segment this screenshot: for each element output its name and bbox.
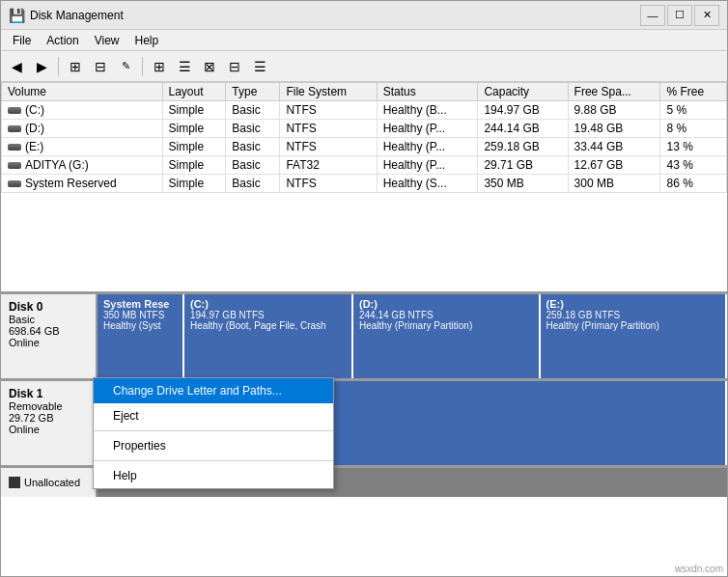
cell-fs: NTFS <box>280 101 377 120</box>
context-menu-item-help[interactable]: Help <box>94 463 333 488</box>
partition-d-size: 244.14 GB NTFS <box>359 310 533 320</box>
partition-e-info: Healthy (Primary Partition) <box>546 320 720 331</box>
toolbar-btn-3[interactable]: ✎ <box>114 55 137 78</box>
table-row[interactable]: System ReservedSimpleBasicNTFSHealthy (S… <box>2 175 727 193</box>
disk0-size: 698.64 GB <box>9 325 88 337</box>
toolbar: ◀ ▶ ⊞ ⊟ ✎ ⊞ ☰ ⊠ ⊟ ☰ <box>1 51 727 82</box>
cell-capacity: 244.14 GB <box>478 120 568 138</box>
partition-c-name: (C:) <box>190 298 346 310</box>
partition-sr-name: System Rese <box>103 298 177 310</box>
partition-e[interactable]: (E:) 259.18 GB NTFS Healthy (Primary Par… <box>541 294 728 378</box>
cell-layout: Simple <box>162 138 226 156</box>
cell-pct: 86 % <box>660 175 727 193</box>
table-row[interactable]: (C:)SimpleBasicNTFSHealthy (B...194.97 G… <box>2 101 727 120</box>
forward-button[interactable]: ▶ <box>30 55 53 78</box>
cell-layout: Simple <box>162 156 226 175</box>
toolbar-btn-4[interactable]: ⊞ <box>148 55 171 78</box>
main-area: Volume Layout Type File System Status Ca… <box>1 82 727 576</box>
cell-fs: FAT32 <box>280 156 377 175</box>
cell-volume: System Reserved <box>2 175 163 193</box>
cell-free: 12.67 GB <box>568 156 660 175</box>
menu-action[interactable]: Action <box>39 32 86 49</box>
unallocated-text: Unallocated <box>24 477 80 488</box>
cell-capacity: 259.18 GB <box>478 138 568 156</box>
cell-free: 9.88 GB <box>568 101 660 120</box>
cell-capacity: 350 MB <box>478 175 568 193</box>
cell-type: Basic <box>226 156 280 175</box>
cell-layout: Simple <box>162 120 226 138</box>
partition-e-name: (E:) <box>546 298 720 310</box>
disk0-type: Basic <box>9 314 88 325</box>
disk1-label: Disk 1 Removable 29.72 GB Online <box>1 381 98 465</box>
cell-capacity: 194.97 GB <box>478 101 568 120</box>
menu-bar: File Action View Help <box>1 30 727 51</box>
cell-pct: 43 % <box>660 156 727 175</box>
cell-free: 19.48 GB <box>568 120 660 138</box>
col-free[interactable]: Free Spa... <box>568 83 660 101</box>
cell-free: 300 MB <box>568 175 660 193</box>
toolbar-btn-7[interactable]: ⊟ <box>223 55 246 78</box>
context-menu-item-eject[interactable]: Eject <box>94 403 333 428</box>
table-row[interactable]: (D:)SimpleBasicNTFSHealthy (P...244.14 G… <box>2 120 727 138</box>
cell-pct: 8 % <box>660 120 727 138</box>
cell-fs: NTFS <box>280 120 377 138</box>
disk0-label: Disk 0 Basic 698.64 GB Online <box>1 294 98 378</box>
col-status[interactable]: Status <box>377 83 478 101</box>
toolbar-btn-5[interactable]: ☰ <box>173 55 196 78</box>
cell-volume: (E:) <box>2 138 163 156</box>
partition-c-size: 194.97 GB NTFS <box>190 310 346 320</box>
disk0-status: Online <box>9 337 88 348</box>
disk1-name: Disk 1 <box>9 387 88 400</box>
col-volume[interactable]: Volume <box>2 83 163 101</box>
table-row[interactable]: (E:)SimpleBasicNTFSHealthy (P...259.18 G… <box>2 138 727 156</box>
close-button[interactable]: ✕ <box>694 5 719 26</box>
menu-file[interactable]: File <box>5 32 39 49</box>
cell-status: Healthy (S... <box>377 175 478 193</box>
partition-d[interactable]: (D:) 244.14 GB NTFS Healthy (Primary Par… <box>353 294 541 378</box>
cell-type: Basic <box>226 138 280 156</box>
toolbar-btn-2[interactable]: ⊟ <box>89 55 112 78</box>
menu-view[interactable]: View <box>87 32 127 49</box>
toolbar-sep-2 <box>142 57 143 76</box>
col-fs[interactable]: File System <box>280 83 377 101</box>
menu-help[interactable]: Help <box>127 32 167 49</box>
disk0-partitions: System Rese 350 MB NTFS Healthy (Syst (C… <box>98 294 727 378</box>
cell-fs: NTFS <box>280 138 377 156</box>
partition-c-info: Healthy (Boot, Page File, Crash <box>190 320 346 331</box>
cell-pct: 5 % <box>660 101 727 120</box>
col-layout[interactable]: Layout <box>162 83 226 101</box>
context-menu-sep-2 <box>94 460 333 461</box>
toolbar-btn-1[interactable]: ⊞ <box>64 55 87 78</box>
partition-system-reserved[interactable]: System Rese 350 MB NTFS Healthy (Syst <box>98 294 184 378</box>
col-pct[interactable]: % Free <box>660 83 727 101</box>
window-controls: — ☐ ✕ <box>640 5 719 26</box>
minimize-button[interactable]: — <box>640 5 665 26</box>
partition-d-info: Healthy (Primary Partition) <box>359 320 533 331</box>
volume-table-panel: Volume Layout Type File System Status Ca… <box>1 82 727 294</box>
cell-volume: (D:) <box>2 120 163 138</box>
context-menu: Change Drive Letter and Paths... Eject P… <box>93 377 334 489</box>
cell-layout: Simple <box>162 175 226 193</box>
toolbar-btn-8[interactable]: ☰ <box>248 55 271 78</box>
back-button[interactable]: ◀ <box>5 55 28 78</box>
context-menu-item-properties[interactable]: Properties <box>94 433 333 458</box>
cell-pct: 13 % <box>660 138 727 156</box>
unallocated-label: Unallocated <box>1 468 98 497</box>
disk0-row: Disk 0 Basic 698.64 GB Online System Res… <box>1 294 727 381</box>
table-row[interactable]: ADITYA (G:)SimpleBasicFAT32Healthy (P...… <box>2 156 727 175</box>
partition-d-name: (D:) <box>359 298 533 310</box>
partition-sr-info: Healthy (Syst <box>103 320 177 331</box>
toolbar-btn-6[interactable]: ⊠ <box>198 55 221 78</box>
partition-e-size: 259.18 GB NTFS <box>546 310 720 320</box>
col-type[interactable]: Type <box>226 83 280 101</box>
col-capacity[interactable]: Capacity <box>478 83 568 101</box>
cell-status: Healthy (P... <box>377 120 478 138</box>
maximize-button[interactable]: ☐ <box>667 5 692 26</box>
cell-volume: (C:) <box>2 101 163 120</box>
partition-c[interactable]: (C:) 194.97 GB NTFS Healthy (Boot, Page … <box>184 294 353 378</box>
cell-type: Basic <box>226 101 280 120</box>
cell-status: Healthy (P... <box>377 138 478 156</box>
cell-fs: NTFS <box>280 175 377 193</box>
context-menu-sep <box>94 430 333 431</box>
context-menu-item-change-drive[interactable]: Change Drive Letter and Paths... <box>94 378 333 403</box>
